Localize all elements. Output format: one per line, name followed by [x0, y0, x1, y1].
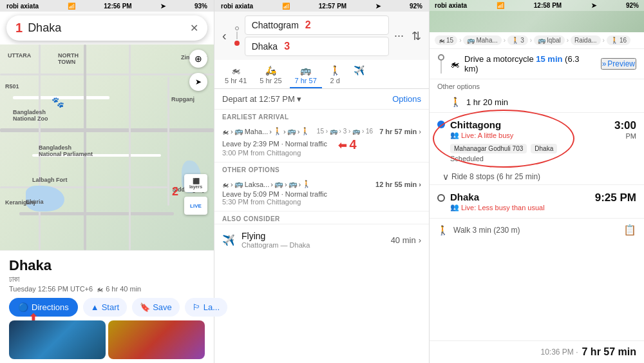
stop-hour: 3:00: [614, 119, 636, 132]
breadcrumb-chip-walk1: 🚶 3: [507, 35, 528, 45]
more-button[interactable]: 🏳 La...: [185, 298, 227, 317]
search-input[interactable]: Dhaka: [28, 21, 185, 35]
clipboard-icon: 📋: [623, 224, 636, 236]
dot-from: [235, 26, 239, 30]
origin-input[interactable]: Chattogram 2: [245, 15, 389, 35]
route-option-2[interactable]: 🏍 › 🚌 Laksa... › 🚌 › 🚌 › 🚶 12 hr 55 min …: [214, 175, 429, 211]
dest-name: Dhaka: [450, 191, 590, 202]
route-icons-1: 🏍 › 🚌 Maha... › 🚶 › 🚌 › 🚶 15 › 🚌 › 3 › 🚌…: [222, 127, 421, 135]
swap-button[interactable]: ⇅: [409, 28, 424, 44]
walk-option-row: 🚶 1 hr 20 min: [430, 93, 644, 113]
preview-button[interactable]: » Preview: [601, 58, 636, 70]
route-sep-8: ›: [299, 181, 301, 188]
thumbnail-1[interactable]: [9, 320, 106, 359]
battery-p1: 93%: [194, 3, 207, 10]
road-v3: [129, 44, 131, 250]
walk-option-icon: 🚶: [450, 97, 461, 107]
dest-live-icon: 👥: [450, 203, 459, 211]
flying-option[interactable]: ✈️ Flying Chattogram — Dhaka 40 min ›: [214, 224, 429, 255]
tab-bus[interactable]: 🚌 7 hr 57: [290, 63, 322, 88]
flight-icon: ✈️: [354, 65, 365, 75]
map-paw-icon: 🐾: [52, 96, 64, 108]
live-text: Live: A little busy: [461, 132, 513, 139]
back-button[interactable]: ‹: [220, 27, 229, 44]
dest-text: Dhaka: [252, 41, 278, 52]
destination-input[interactable]: Dhaka 3: [245, 37, 389, 56]
flag-icon: 🏳: [193, 302, 201, 312]
live-label: LIVE: [190, 203, 202, 209]
save-icon: 🔖: [140, 302, 150, 312]
chevron-down-icon: ∨: [442, 172, 449, 182]
flying-title: Flying: [242, 231, 384, 241]
thumbnail-2[interactable]: [108, 320, 205, 359]
route-option-1[interactable]: 🏍 › 🚌 Maha... › 🚶 › 🚌 › 🚶 15 › 🚌 › 3 › 🚌…: [214, 122, 429, 162]
bus1-chip-label: Maha...: [476, 37, 497, 44]
status-bar-p3: robi axiata 📶 12:58 PM ➤ 92%: [430, 0, 644, 11]
map-label-ekuria: Ekuria: [26, 199, 44, 205]
location-button[interactable]: ➤: [189, 73, 207, 91]
ride-stops-button[interactable]: ∨ Ride 8 stops (6 hr 25 min): [430, 169, 644, 184]
layers-label: layers: [189, 184, 202, 189]
other-options-label: OTHER OPTIONS: [214, 162, 429, 175]
more-options-button[interactable]: ···: [392, 28, 406, 44]
bus-chip-row: Mahanagar Godhuli 703 Dhaka: [450, 144, 636, 153]
bus-chip-2: Dhaka: [531, 144, 557, 153]
timeline-line-top: [440, 61, 442, 74]
search-bar[interactable]: 1 Dhaka ✕: [6, 15, 207, 41]
route-icon-walk1: 🚶: [273, 127, 282, 135]
walk1-chip-num: 3: [520, 37, 524, 44]
tab-walk[interactable]: 🚶 2 d: [325, 63, 346, 88]
route-icon-bus5: 🚌: [289, 180, 298, 188]
map-annotation-2: 2: [172, 185, 178, 199]
bus-chip-1: Mahanagar Godhuli 703: [450, 144, 527, 153]
status-bar-p2: robi axiata 📶 12:57 PM ➤ 92%: [214, 0, 429, 12]
tab-flight[interactable]: ✈️: [348, 63, 370, 88]
earliest-arrival-label: EARLIEST ARRIVAL: [214, 110, 429, 122]
directions-button[interactable]: 🔵 Directions: [9, 298, 78, 317]
road-h3: [0, 128, 214, 132]
ride-stops-label: Ride 8 stops (6 hr 25 min): [451, 172, 540, 181]
scooter-duration: 5 hr 25: [260, 77, 281, 84]
walk-bottom-row: 🚶 Walk 3 min (230 m) 📋: [430, 218, 644, 241]
depart-time[interactable]: Depart at 12:57 PM ▾: [222, 94, 301, 104]
battery-p3: 92%: [626, 2, 639, 9]
tab-motorcycle[interactable]: 🏍 5 hr 41: [220, 63, 252, 88]
route-sep-3: ›: [283, 128, 286, 135]
sep-4: ›: [567, 37, 569, 44]
route-note-container: Leave by 2:39 PM · Normal traffic ⬅ 4: [222, 137, 421, 149]
status-bar-p1: robi axiata 📶 12:56 PM ➤ 93%: [0, 0, 214, 12]
tab-scooter[interactable]: 🛵 5 hr 25: [254, 63, 287, 88]
plane-icon: ✈️: [222, 234, 235, 246]
bus2-chip-label: Iqbal: [547, 37, 561, 44]
route-footer: 10:36 PM · 7 hr 57 min: [430, 340, 644, 363]
sep-2: ›: [504, 37, 506, 44]
stop-time-suffix: PM: [614, 132, 636, 140]
route-note-2: Leave by 5:09 PM · Normal traffic: [222, 190, 421, 198]
options-link[interactable]: Options: [392, 94, 421, 104]
start-button[interactable]: ▲ Start: [83, 298, 127, 317]
transport-mode-tabs: 🏍 5 hr 41 🛵 5 hr 25 🚌 7 hr 57 🚶 2 d ✈️: [214, 60, 429, 89]
route-sep-5: ›: [231, 181, 233, 188]
map-view[interactable]: UTTARA NORTH TOWN Zinda Par R501 Rupganj…: [0, 44, 214, 250]
origin-annotation: 2: [305, 19, 311, 31]
close-search-button[interactable]: ✕: [190, 22, 198, 34]
map-label-town: TOWN: [58, 59, 75, 65]
thumbnail-row: [9, 320, 205, 359]
walk-bottom-text: Walk 3 min (230 m): [453, 226, 618, 235]
route-duration-1: 7 hr 57 min ›: [379, 128, 421, 135]
layers-button[interactable]: ⬛ layers: [184, 174, 207, 192]
footer-time: 10:36 PM ·: [540, 348, 578, 357]
live-button[interactable]: LIVE: [184, 197, 207, 215]
compass-button[interactable]: ⊕: [189, 50, 207, 68]
route-icon-bus2: 🚌: [287, 127, 296, 135]
bus-icon: 🚌: [300, 65, 311, 75]
dest-live-text: Live: Less busy than usual: [461, 204, 545, 211]
route-time-1: 7 hr 57 min: [379, 128, 417, 135]
route-icon-walk3: 🚶: [302, 180, 311, 188]
save-button[interactable]: 🔖 Save: [132, 298, 180, 317]
start-icon: ▲: [91, 302, 99, 312]
map-label-uttara: UTTARA: [8, 52, 31, 59]
destination-stop: Dhaka 👥 Live: Less busy than usual 9:25 …: [430, 184, 644, 218]
motorcycle-icon: 🏍: [231, 65, 240, 75]
map-label-north: NORTH: [58, 52, 79, 59]
